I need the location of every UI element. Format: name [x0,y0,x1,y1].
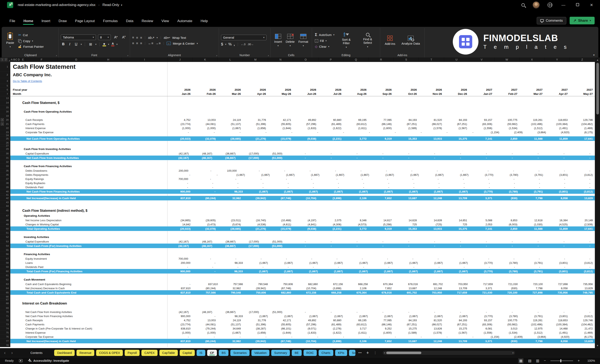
cell[interactable]: - [362,310,388,314]
cell[interactable]: (66,027) [419,122,444,126]
row-number-71[interactable]: 71 [0,314,10,318]
row-label[interactable] [10,343,168,347]
cell[interactable]: (20,023) [168,136,193,141]
cell[interactable]: (3,812) [570,173,595,177]
cell[interactable]: (48,167) [191,155,214,160]
cell[interactable]: - [193,185,218,189]
cell[interactable] [469,147,494,151]
cell[interactable] [494,147,520,151]
column-header-X[interactable]: X [519,57,544,62]
cell[interactable]: (42,167) [168,310,191,314]
cell[interactable]: 672,156 [293,290,319,295]
orientation-button[interactable]: ab↗ [148,36,154,40]
cell[interactable] [268,235,293,239]
cell[interactable]: (32,078) [193,136,218,141]
cell[interactable] [544,96,570,100]
cell[interactable] [193,147,218,151]
cell[interactable] [168,306,193,310]
cell[interactable] [168,273,193,277]
cell[interactable] [218,84,243,88]
cell[interactable] [319,141,344,145]
cell[interactable]: 837,810 [168,339,193,343]
tab-options-icon[interactable]: ⋮ [372,351,378,355]
row-number-27[interactable]: 27 [0,145,10,147]
align-left-button[interactable]: ≡ [132,42,134,45]
cell[interactable] [519,306,544,310]
cell[interactable] [168,62,193,72]
cell[interactable]: Jan-27 [469,92,494,96]
cell[interactable]: (3,780) [495,261,520,265]
cell[interactable]: (51,137) [218,322,243,326]
cell[interactable]: - [388,151,414,155]
cell[interactable] [369,248,394,252]
cell[interactable] [168,100,193,106]
cell[interactable] [469,96,494,100]
cell[interactable]: - [466,155,491,160]
row-label[interactable]: Net (Increase) Decrease In Cash [10,286,168,290]
cell[interactable]: - [519,257,544,261]
cell[interactable]: 129,746 [570,318,595,322]
column-header-I[interactable]: I [122,57,168,62]
cell[interactable] [419,277,444,282]
cell[interactable]: - [218,265,243,269]
cell[interactable]: 129,746 [570,118,595,122]
cell[interactable] [519,273,544,277]
cell[interactable] [544,114,570,118]
cell[interactable]: 84,193 [394,118,419,122]
cell[interactable] [193,106,218,109]
cell[interactable]: Mar-27 [519,92,544,96]
cell[interactable] [494,145,520,147]
cell[interactable] [570,248,595,252]
column-header-K[interactable]: K [193,57,218,62]
row-number-2[interactable]: 2 [0,72,10,78]
cell[interactable]: (3,812) [570,261,595,265]
cell[interactable]: (1,667) [420,269,445,273]
sheet-tab-captable[interactable]: CapTable [159,350,178,356]
cell[interactable]: - [168,282,195,286]
cell[interactable]: 15,353 [394,227,419,231]
cell[interactable] [243,208,268,213]
row-number-41[interactable]: 41 [0,194,10,196]
cell[interactable] [519,204,544,208]
cell[interactable]: 837,810 [168,286,193,290]
cell[interactable]: (36,667) [214,310,238,314]
cell[interactable] [469,343,494,347]
cell[interactable]: 21,472 [570,326,595,330]
row-label[interactable] [10,299,168,300]
cell[interactable] [243,109,268,114]
cell[interactable] [193,145,218,147]
cell[interactable]: - [216,257,241,261]
cell[interactable] [243,78,268,84]
cell[interactable]: (67,251) [444,122,469,126]
cell[interactable] [394,96,419,100]
insert-cells-button[interactable]: Insert▾ [272,33,284,48]
currency-button[interactable]: $ [221,42,223,46]
cell[interactable]: - [310,310,336,314]
horizontal-scroll-thumb[interactable] [386,352,421,354]
cell[interactable]: (10,704) [293,339,319,343]
cell[interactable] [193,343,218,347]
cell[interactable]: 49,892 [293,318,319,322]
cell[interactable] [168,300,193,306]
cell[interactable] [268,84,293,88]
cell[interactable]: - [469,265,494,269]
cell[interactable] [268,134,293,136]
cell[interactable] [293,204,319,208]
cut-button[interactable]: ✂Cut [17,32,45,38]
cell[interactable] [218,299,243,300]
cell[interactable] [319,72,344,78]
cell[interactable] [444,231,469,235]
cell[interactable]: - [570,265,595,269]
cell[interactable] [494,306,520,310]
row-number-67[interactable]: 67 [0,299,10,300]
cell[interactable]: (48,167) [191,244,214,248]
cell[interactable] [218,106,243,109]
cell[interactable]: 2,106 [343,339,369,343]
cell[interactable]: (104,462) [570,122,595,126]
cell[interactable]: 3,371 [469,339,494,343]
cell[interactable]: (1,667) [295,314,320,318]
cell[interactable]: (1,667) [320,189,345,194]
cell[interactable] [168,164,193,169]
row-number-45[interactable]: 45 [0,208,10,213]
cell[interactable] [494,231,520,235]
